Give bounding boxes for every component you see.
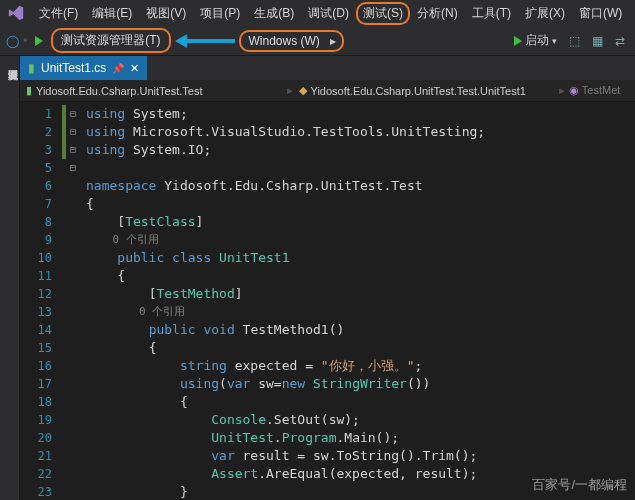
play-button[interactable] — [31, 34, 47, 48]
menu-view[interactable]: 视图(V) — [139, 1, 193, 26]
toolbar-icon-1[interactable]: ⬚ — [565, 34, 584, 48]
fold-gutter[interactable]: ⊟⊟⊟⊟ — [66, 102, 80, 500]
toolbar-icon-3[interactable]: ⇄ — [611, 34, 629, 48]
tab-label: UnitTest1.cs — [41, 61, 106, 75]
toolbar: ◯ • 测试资源管理器(T) Windows (W)▸ 启动▾ ⬚ ▦ ⇄ — [0, 26, 635, 56]
editor-tabs: ▮ UnitTest1.cs 📌 ✕ — [20, 56, 635, 80]
method-icon: ◉ — [569, 84, 579, 96]
breadcrumb-namespace[interactable]: ▮ Yidosoft.Edu.Csharp.UnitTest.Test — [20, 84, 287, 97]
tab-unittest1[interactable]: ▮ UnitTest1.cs 📌 ✕ — [20, 56, 147, 80]
nav-fwd-icon[interactable]: • — [23, 34, 27, 48]
start-button[interactable]: 启动▾ — [510, 30, 561, 51]
class-icon: ◆ — [299, 84, 307, 97]
menu-file[interactable]: 文件(F) — [32, 1, 85, 26]
menu-extensions[interactable]: 扩展(X) — [518, 1, 572, 26]
pin-icon[interactable]: 📌 — [112, 63, 124, 74]
menubar: 文件(F) 编辑(E) 视图(V) 项目(P) 生成(B) 调试(D) 测试(S… — [0, 0, 635, 26]
nav-back-icon[interactable]: ◯ — [6, 34, 19, 48]
play-icon — [514, 36, 522, 46]
csharp-icon: ▮ — [26, 84, 32, 97]
menu-build[interactable]: 生成(B) — [247, 1, 301, 26]
menu-debug[interactable]: 调试(D) — [301, 1, 356, 26]
line-numbers: 123567891011121314151617181920212223 — [20, 102, 62, 500]
breadcrumb-method[interactable]: ◉ TestMet — [565, 84, 635, 97]
code-editor[interactable]: 123567891011121314151617181920212223 ⊟⊟⊟… — [20, 102, 635, 500]
menu-window[interactable]: 窗口(W) — [572, 1, 629, 26]
menu-tools[interactable]: 工具(T) — [465, 1, 518, 26]
vs-logo-icon — [6, 3, 26, 23]
breadcrumb-class[interactable]: ◆ Yidosoft.Edu.Csharp.UnitTest.Test.Unit… — [293, 84, 560, 97]
menu-edit[interactable]: 编辑(E) — [85, 1, 139, 26]
windows-dropdown[interactable]: Windows (W)▸ — [239, 30, 344, 52]
menu-test[interactable]: 测试(S) — [356, 2, 410, 25]
menu-analyze[interactable]: 分析(N) — [410, 1, 465, 26]
csharp-file-icon: ▮ — [28, 61, 35, 75]
close-icon[interactable]: ✕ — [130, 62, 139, 75]
play-icon — [35, 36, 43, 46]
watermark: 百家号/一都编程 — [532, 476, 627, 494]
menu-project[interactable]: 项目(P) — [193, 1, 247, 26]
code-content[interactable]: using System;using Microsoft.VisualStudi… — [80, 102, 635, 500]
test-explorer-dropdown[interactable]: 测试资源管理器(T) — [51, 28, 170, 53]
breadcrumb: ▮ Yidosoft.Edu.Csharp.UnitTest.Test ▸ ◆ … — [20, 80, 635, 102]
toolbar-icon-2[interactable]: ▦ — [588, 34, 607, 48]
sidebar-test-explorer[interactable]: 测试资源管理器 — [0, 56, 20, 500]
annotation-arrow — [175, 34, 235, 48]
